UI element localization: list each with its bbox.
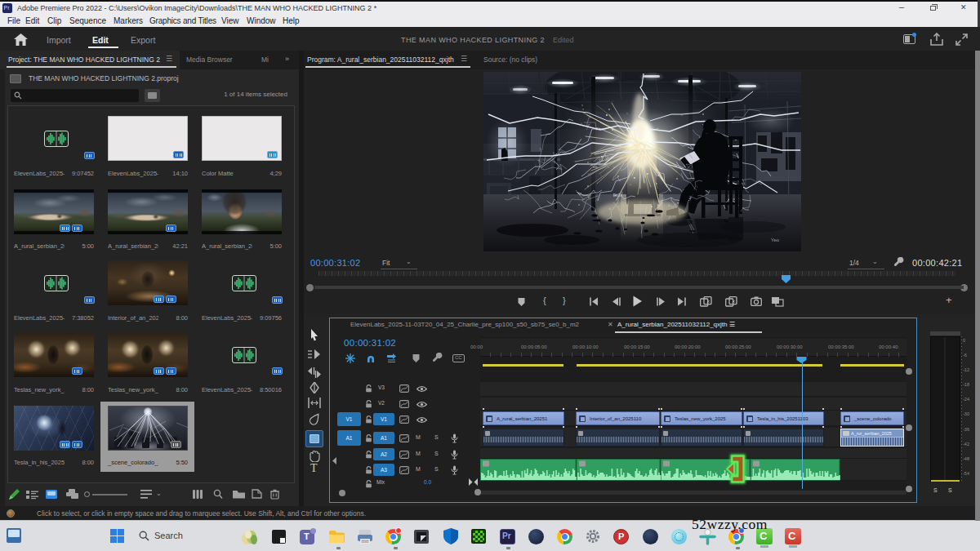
svg-text:Yeo: Yeo — [771, 238, 780, 242]
